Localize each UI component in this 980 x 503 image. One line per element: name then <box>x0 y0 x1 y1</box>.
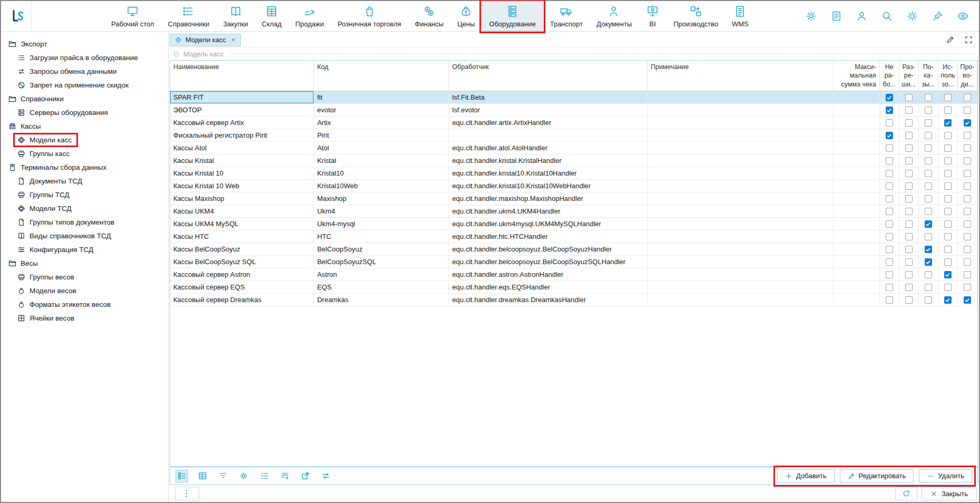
sidebar-item-7[interactable]: Модели касс <box>1 133 168 147</box>
table-row-6[interactable]: Кассы Kristal 10Kristal10equ.clt.handler… <box>170 167 977 179</box>
row-checkbox[interactable] <box>944 119 952 127</box>
row-checkbox[interactable] <box>925 157 932 165</box>
row-checkbox[interactable] <box>925 195 932 202</box>
row-checkbox[interactable] <box>964 208 971 215</box>
ribbon-item-warehouse[interactable]: Склад <box>255 1 289 31</box>
row-checkbox[interactable] <box>905 233 913 240</box>
row-checkbox[interactable] <box>964 182 971 190</box>
row-checkbox[interactable] <box>886 119 893 127</box>
row-checkbox[interactable] <box>964 119 971 127</box>
tab-close-icon[interactable]: × <box>231 36 236 44</box>
edit-button[interactable]: Редактировать <box>840 469 914 483</box>
row-checkbox[interactable] <box>925 119 932 127</box>
ribbon-item-sales[interactable]: Продажи <box>288 1 330 31</box>
row-checkbox[interactable] <box>944 296 952 304</box>
row-checkbox[interactable] <box>944 246 952 253</box>
sidebar-item-5[interactable]: Серверы оборудования <box>1 105 168 119</box>
table-row-13[interactable]: Кассы BelCoopSoyuz SQLBelCoopSoyuzSQLequ… <box>170 255 977 268</box>
sidebar-item-4[interactable]: Справочники <box>1 92 168 105</box>
row-checkbox[interactable] <box>905 208 913 215</box>
row-checkbox[interactable] <box>905 170 913 177</box>
column-header-cb1[interactable]: Раз- ре- ши... <box>899 61 918 91</box>
row-checkbox[interactable] <box>886 233 893 240</box>
row-checkbox[interactable] <box>944 258 952 266</box>
table-scroll-area[interactable]: НаименованиеКодОбработчикПримечаниеМакси… <box>170 61 977 467</box>
sidebar-item-13[interactable]: Группы типов документов <box>1 215 168 229</box>
table-row-10[interactable]: Кассы UKM4 MySQLUkm4-mysqlequ.clt.handle… <box>170 217 977 230</box>
row-checkbox[interactable] <box>886 195 893 202</box>
row-checkbox[interactable] <box>905 132 913 139</box>
row-checkbox[interactable] <box>886 170 893 177</box>
table-row-14[interactable]: Кассовый сервер AstronAstronequ.clt.hand… <box>170 268 977 280</box>
row-checkbox[interactable] <box>925 220 932 228</box>
row-checkbox[interactable] <box>905 296 913 304</box>
row-checkbox[interactable] <box>964 246 971 253</box>
sidebar-item-10[interactable]: Документы ТСД <box>1 174 168 188</box>
row-checkbox[interactable] <box>964 284 971 291</box>
row-checkbox[interactable] <box>925 246 932 253</box>
table-row-5[interactable]: Кассы KristalKristalequ.clt.handler.kris… <box>170 154 977 167</box>
filter-panel-header[interactable]: Модель касс <box>170 47 978 60</box>
row-checkbox[interactable] <box>886 157 893 165</box>
row-checkbox[interactable] <box>925 132 932 139</box>
row-checkbox[interactable] <box>886 220 893 228</box>
ribbon-item-wms[interactable]: WMS <box>725 1 756 31</box>
row-checkbox[interactable] <box>925 258 932 266</box>
ribbon-item-retail[interactable]: Розничная торговля <box>331 1 408 31</box>
table-row-1[interactable]: ЭВОТОРevotorlsf.evotor <box>170 103 977 116</box>
ribbon-item-documents[interactable]: Документы <box>590 1 639 31</box>
row-checkbox[interactable] <box>905 144 913 152</box>
table-row-9[interactable]: Кассы UKM4Ukm4equ.clt.handler.ukm4.UKM4H… <box>170 205 977 217</box>
ribbon-item-equipment[interactable]: Оборудование <box>482 1 543 31</box>
row-checkbox[interactable] <box>964 94 971 101</box>
edit-view-button[interactable] <box>945 35 955 45</box>
row-checkbox[interactable] <box>964 258 971 266</box>
filter-button[interactable] <box>217 470 229 482</box>
row-checkbox[interactable] <box>944 94 952 101</box>
ribbon-item-finance[interactable]: Финансы <box>408 1 450 31</box>
table-row-7[interactable]: Кассы Kristal 10 WebKristal10Webequ.clt.… <box>170 179 977 192</box>
table-row-15[interactable]: Кассовый сервер EQSEQSequ.clt.handler.eq… <box>170 280 977 293</box>
sidebar-item-0[interactable]: Экспорт <box>1 37 168 51</box>
pin-button[interactable] <box>930 9 944 23</box>
row-checkbox[interactable] <box>964 233 971 240</box>
theme-button[interactable] <box>905 9 919 23</box>
ordered-list-button[interactable] <box>258 470 270 482</box>
row-checkbox[interactable] <box>886 296 893 304</box>
row-checkbox[interactable] <box>925 271 932 278</box>
row-checkbox[interactable] <box>925 170 932 177</box>
sidebar-item-6[interactable]: Кассы <box>1 119 168 133</box>
row-checkbox[interactable] <box>964 107 971 114</box>
sidebar-item-18[interactable]: Модели весов <box>1 284 168 297</box>
search-button[interactable] <box>880 9 894 23</box>
sidebar-item-2[interactable]: Запросы обмена данными <box>1 64 168 78</box>
swap-button[interactable] <box>319 470 332 482</box>
refresh-button[interactable] <box>895 487 917 500</box>
open-external-button[interactable] <box>299 470 311 482</box>
sidebar-item-3[interactable]: Запрет на применение скидок <box>1 78 168 92</box>
table-row-0[interactable]: SPAR FITfitlsf.Fit.Beta <box>170 91 977 103</box>
tab-models-kass[interactable]: Модели касс × <box>170 34 241 46</box>
table-row-4[interactable]: Кассы AtolAtolequ.clt.handler.atol.AtolH… <box>170 141 977 154</box>
ribbon-item-transport[interactable]: Транспорт <box>543 1 590 31</box>
row-checkbox[interactable] <box>886 144 893 152</box>
row-checkbox[interactable] <box>905 157 913 165</box>
sidebar-item-17[interactable]: Группы весов <box>1 270 168 284</box>
row-checkbox[interactable] <box>905 182 913 190</box>
row-checkbox[interactable] <box>944 182 952 190</box>
column-header-cb3[interactable]: Ис- поль зо... <box>938 61 957 91</box>
row-checkbox[interactable] <box>944 284 952 291</box>
row-checkbox[interactable] <box>944 208 952 215</box>
ribbon-item-desktop[interactable]: Рабочий стол <box>104 1 161 31</box>
row-checkbox[interactable] <box>925 296 932 304</box>
sidebar-item-8[interactable]: Группы касс <box>1 147 168 160</box>
column-header-max_sum[interactable]: Макси- мальная сумма чека <box>833 61 879 91</box>
sidebar-item-19[interactable]: Форматы этикеток весов <box>1 297 168 311</box>
grid-settings-button[interactable] <box>237 470 250 482</box>
row-checkbox[interactable] <box>925 233 932 240</box>
row-checkbox[interactable] <box>886 208 893 215</box>
sidebar-item-15[interactable]: Конфигурация ТСД <box>1 243 168 256</box>
app-logo[interactable] <box>4 1 32 31</box>
row-checkbox[interactable] <box>964 296 971 304</box>
table-row-8[interactable]: Кассы MaxishopMaxishopequ.clt.handler.ma… <box>170 192 977 205</box>
